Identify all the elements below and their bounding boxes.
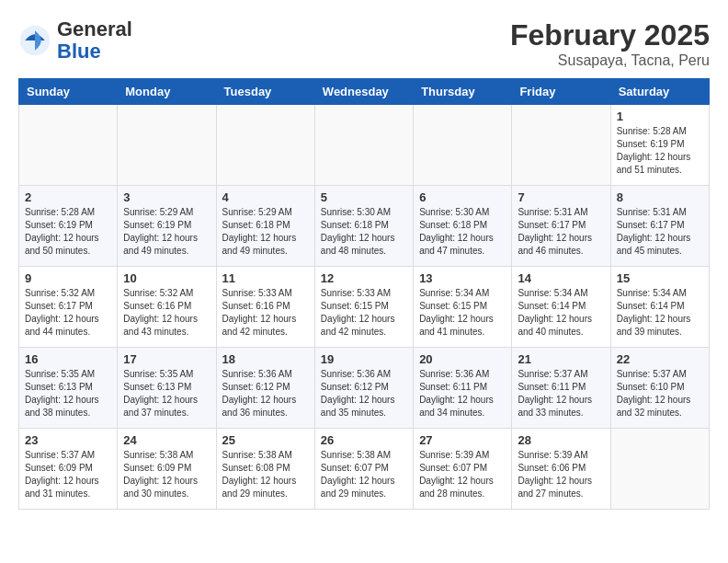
day-number: 3: [123, 190, 210, 204]
day-info: Sunrise: 5:38 AM Sunset: 6:07 PM Dayligh…: [321, 449, 407, 500]
day-number: 4: [222, 190, 309, 204]
day-header-friday: Friday: [512, 79, 610, 105]
calendar-cell: 9Sunrise: 5:32 AM Sunset: 6:17 PM Daylig…: [19, 267, 118, 348]
calendar-cell: [216, 105, 314, 186]
day-number: 2: [25, 190, 111, 204]
day-info: Sunrise: 5:39 AM Sunset: 6:06 PM Dayligh…: [518, 449, 604, 500]
day-number: 6: [419, 190, 506, 204]
day-number: 7: [518, 190, 604, 204]
logo: General Blue: [18, 18, 132, 63]
day-info: Sunrise: 5:33 AM Sunset: 6:15 PM Dayligh…: [321, 287, 407, 339]
day-number: 9: [25, 271, 111, 285]
day-info: Sunrise: 5:29 AM Sunset: 6:18 PM Dayligh…: [222, 206, 309, 258]
day-number: 17: [123, 352, 210, 366]
title-block: February 2025 Susapaya, Tacna, Peru: [510, 18, 710, 69]
calendar-cell: 15Sunrise: 5:34 AM Sunset: 6:14 PM Dayli…: [610, 267, 709, 348]
day-info: Sunrise: 5:30 AM Sunset: 6:18 PM Dayligh…: [419, 206, 506, 258]
day-info: Sunrise: 5:31 AM Sunset: 6:17 PM Dayligh…: [518, 206, 604, 258]
calendar-cell: 14Sunrise: 5:34 AM Sunset: 6:14 PM Dayli…: [512, 267, 610, 348]
day-number: 25: [222, 433, 309, 447]
day-info: Sunrise: 5:37 AM Sunset: 6:11 PM Dayligh…: [518, 368, 604, 419]
calendar-cell: 17Sunrise: 5:35 AM Sunset: 6:13 PM Dayli…: [118, 348, 216, 429]
day-info: Sunrise: 5:28 AM Sunset: 6:19 PM Dayligh…: [617, 125, 703, 177]
calendar-cell: 13Sunrise: 5:34 AM Sunset: 6:15 PM Dayli…: [414, 267, 512, 348]
calendar-cell: 19Sunrise: 5:36 AM Sunset: 6:12 PM Dayli…: [314, 348, 413, 429]
calendar-table: SundayMondayTuesdayWednesdayThursdayFrid…: [18, 78, 710, 510]
day-header-saturday: Saturday: [610, 79, 709, 105]
calendar-cell: 3Sunrise: 5:29 AM Sunset: 6:19 PM Daylig…: [118, 186, 216, 267]
day-number: 12: [321, 271, 407, 285]
calendar-week-2: 2Sunrise: 5:28 AM Sunset: 6:19 PM Daylig…: [19, 186, 710, 267]
day-number: 22: [617, 352, 703, 366]
day-header-sunday: Sunday: [19, 79, 118, 105]
calendar-cell: 2Sunrise: 5:28 AM Sunset: 6:19 PM Daylig…: [19, 186, 118, 267]
calendar-cell: 24Sunrise: 5:38 AM Sunset: 6:09 PM Dayli…: [118, 429, 216, 510]
calendar-cell: 21Sunrise: 5:37 AM Sunset: 6:11 PM Dayli…: [512, 348, 610, 429]
day-info: Sunrise: 5:38 AM Sunset: 6:08 PM Dayligh…: [222, 449, 309, 500]
day-number: 11: [222, 271, 309, 285]
day-number: 10: [123, 271, 210, 285]
calendar-week-4: 16Sunrise: 5:35 AM Sunset: 6:13 PM Dayli…: [19, 348, 710, 429]
day-info: Sunrise: 5:34 AM Sunset: 6:15 PM Dayligh…: [419, 287, 506, 339]
day-number: 19: [321, 352, 407, 366]
calendar-cell: 25Sunrise: 5:38 AM Sunset: 6:08 PM Dayli…: [216, 429, 314, 510]
calendar-cell: 28Sunrise: 5:39 AM Sunset: 6:06 PM Dayli…: [512, 429, 610, 510]
day-number: 27: [419, 433, 506, 447]
calendar-week-1: 1Sunrise: 5:28 AM Sunset: 6:19 PM Daylig…: [19, 105, 710, 186]
day-info: Sunrise: 5:37 AM Sunset: 6:09 PM Dayligh…: [25, 449, 111, 500]
logo-general-text: General: [57, 17, 132, 40]
day-info: Sunrise: 5:28 AM Sunset: 6:19 PM Dayligh…: [25, 206, 111, 258]
calendar-cell: [610, 429, 709, 510]
calendar-cell: 8Sunrise: 5:31 AM Sunset: 6:17 PM Daylig…: [610, 186, 709, 267]
day-header-tuesday: Tuesday: [216, 79, 314, 105]
calendar-cell: [512, 105, 610, 186]
calendar-cell: 26Sunrise: 5:38 AM Sunset: 6:07 PM Dayli…: [314, 429, 413, 510]
day-info: Sunrise: 5:39 AM Sunset: 6:07 PM Dayligh…: [419, 449, 506, 500]
logo-blue-text: Blue: [57, 40, 101, 63]
day-info: Sunrise: 5:36 AM Sunset: 6:12 PM Dayligh…: [321, 368, 407, 419]
day-number: 20: [419, 352, 506, 366]
day-header-thursday: Thursday: [414, 79, 512, 105]
day-info: Sunrise: 5:29 AM Sunset: 6:19 PM Dayligh…: [123, 206, 210, 258]
calendar-week-3: 9Sunrise: 5:32 AM Sunset: 6:17 PM Daylig…: [19, 267, 710, 348]
calendar-cell: 10Sunrise: 5:32 AM Sunset: 6:16 PM Dayli…: [118, 267, 216, 348]
calendar-cell: 1Sunrise: 5:28 AM Sunset: 6:19 PM Daylig…: [610, 105, 709, 186]
calendar-cell: [314, 105, 413, 186]
calendar-week-5: 23Sunrise: 5:37 AM Sunset: 6:09 PM Dayli…: [19, 429, 710, 510]
day-number: 5: [321, 190, 407, 204]
calendar-cell: 7Sunrise: 5:31 AM Sunset: 6:17 PM Daylig…: [512, 186, 610, 267]
day-number: 26: [321, 433, 407, 447]
day-number: 8: [617, 190, 703, 204]
day-info: Sunrise: 5:30 AM Sunset: 6:18 PM Dayligh…: [321, 206, 407, 258]
day-number: 16: [25, 352, 111, 366]
calendar-cell: [414, 105, 512, 186]
calendar-cell: [19, 105, 118, 186]
day-header-monday: Monday: [118, 79, 216, 105]
calendar-cell: 11Sunrise: 5:33 AM Sunset: 6:16 PM Dayli…: [216, 267, 314, 348]
day-number: 14: [518, 271, 604, 285]
day-number: 23: [25, 433, 111, 447]
day-info: Sunrise: 5:36 AM Sunset: 6:11 PM Dayligh…: [419, 368, 506, 419]
day-info: Sunrise: 5:32 AM Sunset: 6:16 PM Dayligh…: [123, 287, 210, 339]
calendar-cell: 6Sunrise: 5:30 AM Sunset: 6:18 PM Daylig…: [414, 186, 512, 267]
calendar-cell: [118, 105, 216, 186]
day-info: Sunrise: 5:35 AM Sunset: 6:13 PM Dayligh…: [25, 368, 111, 419]
page-subtitle: Susapaya, Tacna, Peru: [510, 52, 710, 69]
day-info: Sunrise: 5:38 AM Sunset: 6:09 PM Dayligh…: [123, 449, 210, 500]
day-info: Sunrise: 5:35 AM Sunset: 6:13 PM Dayligh…: [123, 368, 210, 419]
day-number: 18: [222, 352, 309, 366]
day-info: Sunrise: 5:34 AM Sunset: 6:14 PM Dayligh…: [617, 287, 703, 339]
day-number: 1: [617, 109, 703, 123]
calendar-header-row: SundayMondayTuesdayWednesdayThursdayFrid…: [19, 79, 710, 105]
calendar-cell: 27Sunrise: 5:39 AM Sunset: 6:07 PM Dayli…: [414, 429, 512, 510]
day-header-wednesday: Wednesday: [314, 79, 413, 105]
day-number: 24: [123, 433, 210, 447]
day-info: Sunrise: 5:32 AM Sunset: 6:17 PM Dayligh…: [25, 287, 111, 339]
day-number: 21: [518, 352, 604, 366]
day-number: 15: [617, 271, 703, 285]
calendar-cell: 18Sunrise: 5:36 AM Sunset: 6:12 PM Dayli…: [216, 348, 314, 429]
day-number: 13: [419, 271, 506, 285]
day-info: Sunrise: 5:31 AM Sunset: 6:17 PM Dayligh…: [617, 206, 703, 258]
calendar-cell: 20Sunrise: 5:36 AM Sunset: 6:11 PM Dayli…: [414, 348, 512, 429]
page-header: General Blue February 2025 Susapaya, Tac…: [18, 18, 710, 69]
